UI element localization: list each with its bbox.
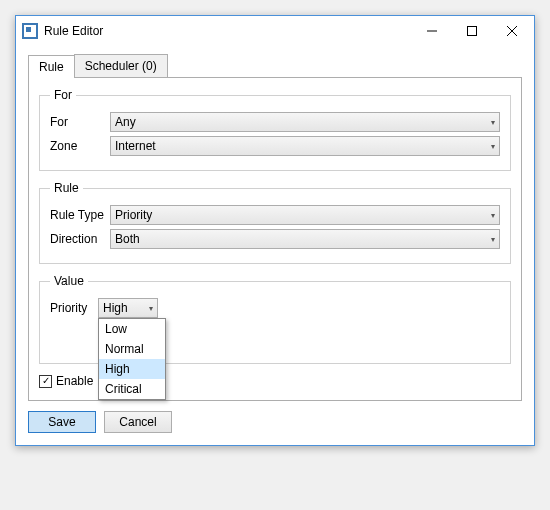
direction-label: Direction bbox=[50, 232, 110, 246]
chevron-down-icon: ▾ bbox=[149, 304, 153, 313]
priority-value: High bbox=[103, 301, 128, 315]
for-value: Any bbox=[115, 115, 136, 129]
app-icon bbox=[22, 23, 38, 39]
group-value: Value Priority High ▾ Low Normal High Cr… bbox=[39, 274, 511, 364]
priority-label: Priority bbox=[50, 301, 98, 315]
chevron-down-icon: ▾ bbox=[491, 235, 495, 244]
priority-option-high[interactable]: High bbox=[99, 359, 165, 379]
window-controls bbox=[412, 17, 532, 45]
dialog-buttons: Save Cancel bbox=[28, 411, 522, 433]
direction-value: Both bbox=[115, 232, 140, 246]
zone-combo[interactable]: Internet ▾ bbox=[110, 136, 500, 156]
priority-option-low[interactable]: Low bbox=[99, 319, 165, 339]
client-area: Rule Scheduler (0) For For Any ▾ Zone In… bbox=[16, 46, 534, 445]
titlebar: Rule Editor bbox=[16, 16, 534, 46]
priority-combo[interactable]: High ▾ Low Normal High Critical bbox=[98, 298, 158, 318]
group-value-legend: Value bbox=[50, 274, 88, 288]
chevron-down-icon: ▾ bbox=[491, 211, 495, 220]
group-for: For For Any ▾ Zone Internet ▾ bbox=[39, 88, 511, 171]
maximize-button[interactable] bbox=[452, 17, 492, 45]
group-rule: Rule Rule Type Priority ▾ Direction Both… bbox=[39, 181, 511, 264]
enable-label: Enable bbox=[56, 374, 93, 388]
ruletype-label: Rule Type bbox=[50, 208, 110, 222]
svg-rect-3 bbox=[468, 27, 477, 36]
cancel-button[interactable]: Cancel bbox=[104, 411, 172, 433]
tab-scheduler[interactable]: Scheduler (0) bbox=[74, 54, 168, 77]
chevron-down-icon: ▾ bbox=[491, 142, 495, 151]
tab-rule[interactable]: Rule bbox=[28, 55, 75, 78]
zone-label: Zone bbox=[50, 139, 110, 153]
tab-body: For For Any ▾ Zone Internet ▾ bbox=[28, 78, 522, 401]
tab-strip: Rule Scheduler (0) bbox=[28, 54, 522, 78]
minimize-button[interactable] bbox=[412, 17, 452, 45]
for-label: For bbox=[50, 115, 110, 129]
direction-combo[interactable]: Both ▾ bbox=[110, 229, 500, 249]
check-icon: ✓ bbox=[42, 376, 50, 386]
chevron-down-icon: ▾ bbox=[491, 118, 495, 127]
enable-checkbox[interactable]: ✓ bbox=[39, 375, 52, 388]
rule-editor-window: Rule Editor Rule Scheduler (0) For bbox=[15, 15, 535, 446]
ruletype-value: Priority bbox=[115, 208, 152, 222]
window-title: Rule Editor bbox=[44, 24, 412, 38]
group-for-legend: For bbox=[50, 88, 76, 102]
ruletype-combo[interactable]: Priority ▾ bbox=[110, 205, 500, 225]
close-button[interactable] bbox=[492, 17, 532, 45]
priority-option-normal[interactable]: Normal bbox=[99, 339, 165, 359]
priority-option-critical[interactable]: Critical bbox=[99, 379, 165, 399]
svg-rect-1 bbox=[26, 27, 31, 32]
group-rule-legend: Rule bbox=[50, 181, 83, 195]
zone-value: Internet bbox=[115, 139, 156, 153]
save-button[interactable]: Save bbox=[28, 411, 96, 433]
for-combo[interactable]: Any ▾ bbox=[110, 112, 500, 132]
priority-dropdown: Low Normal High Critical bbox=[98, 318, 166, 400]
